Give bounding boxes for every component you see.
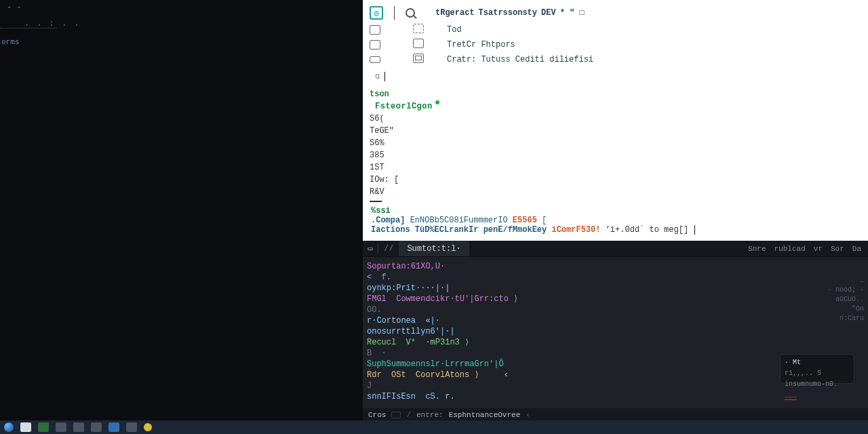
tooltip-line: r1,,,.. S insumnumo-n0. [785, 368, 850, 390]
rtab-2[interactable]: vr [814, 245, 823, 253]
code-2: oynkp:Prit····|·| [367, 283, 450, 293]
msg-head: %ssi [371, 206, 391, 216]
toolbar-subrows: Tod TretCr Fhtpors Cratr: Tutuss Ceditî … [370, 22, 868, 67]
devtools-body[interactable]: Sopurtan:61XO,U· < f. oynkp:Prit····|·| … [363, 257, 868, 407]
editor-pane: ◎ tRgeract Tsatrssonsty DEV * " □ Tod Tr… [363, 0, 868, 241]
taskbar-app-green-icon[interactable] [38, 422, 49, 432]
view-icon [413, 24, 424, 33]
devtools-pane: ▭ ⁄⁄ Sumtot:t:l· Snre rublcad vr Sor Da … [363, 241, 868, 422]
code-3: FMGl Cowmendcikr·tU'|Grr:cto ⟩ [367, 294, 518, 304]
inspect-icon[interactable]: ▭ [363, 243, 378, 254]
toolbar-divider [394, 6, 395, 20]
code-0: Sopurtan:61XO,U· [367, 262, 445, 271]
tooltip-cap: · Mt [785, 357, 850, 368]
status-dot-icon [435, 100, 439, 104]
crumb-tail: * " □ [560, 8, 585, 18]
msg-caret-icon [694, 225, 695, 235]
ln-5: 1ST [370, 163, 384, 172]
subrow-2[interactable]: TretCr Fhtpors [370, 37, 868, 52]
devtools-tabbar: ▭ ⁄⁄ Sumtot:t:l· Snre rublcad vr Sor Da [363, 241, 868, 257]
headline: FsteorlCgon [375, 102, 433, 111]
taskbar-chat-icon[interactable] [144, 423, 152, 431]
rtab-0[interactable]: Snre [748, 245, 766, 253]
file-icon [370, 25, 380, 35]
code-6: onosurrttllyn6'|·| [367, 327, 455, 336]
gutter-header: tson [370, 90, 389, 99]
code-9: SuphSummoennslr·LrrrmaGrn'|Ō [367, 359, 504, 369]
subrow-1-label: Tod [447, 25, 462, 35]
bc-1: / [406, 411, 411, 419]
devtools-breadcrumb[interactable]: Cros / entre: EsphntnanceOvree ‹ [363, 408, 868, 422]
code-11: J [367, 381, 372, 391]
crumb-2[interactable]: Tsatrssonsty [479, 8, 537, 18]
left-dot-marks: . . : . . [24, 19, 81, 28]
rtab-4[interactable]: Da [852, 245, 861, 253]
bc-chip-icon [391, 412, 401, 418]
subrow-1[interactable]: Tod [370, 22, 868, 37]
folder-icon [370, 40, 380, 50]
msg-line-1: .Compa] EnNOBb5C08iFummmerIO E5565 [ [371, 216, 868, 225]
slash-icon: ⁄⁄ [378, 244, 399, 254]
message-block: %ssi .Compa] EnNOBb5C08iFummmerIO E5565 … [371, 206, 868, 235]
code-7: Recucl V* ·mP31n3 ⟩ [367, 338, 469, 347]
editor-toolbar: ◎ tRgeract Tsatrssonsty DEV * " □ [363, 0, 868, 20]
search-icon[interactable] [406, 8, 415, 18]
bc-4: ‹ [526, 411, 530, 419]
code-10: Rdr OSt CoorvlAtons ⟩ ‹ [367, 370, 509, 380]
editor-gutter: tson FsteorlCgon S6( TeGE" S6% 385 1ST I… [370, 88, 868, 198]
tab-elements[interactable]: Sumtot:t:l· [399, 241, 469, 256]
ln-1: S6( [370, 114, 384, 123]
code-4: OO. [367, 305, 382, 315]
start-button[interactable] [4, 422, 14, 432]
caret-icon [384, 72, 385, 81]
ln-4: 385 [370, 151, 384, 160]
taskbar [0, 420, 868, 434]
taskbar-grid-icon[interactable] [73, 422, 84, 432]
left-pane: - - . . : . . orms [0, 0, 363, 420]
devtools-right-tabs: Snre rublcad vr Sor Da [748, 245, 868, 253]
code-5: r·Cortonea «|· [367, 316, 440, 326]
left-small-label: orms [1, 38, 19, 46]
subrow-3[interactable]: Cratr: Tutuss Ceditî diliefîsi [370, 52, 868, 67]
subrow-3-label: Cratr: Tutuss Ceditî diliefîsi [447, 55, 593, 64]
taskbar-store-icon[interactable] [91, 422, 102, 432]
code-12: snnIFIsEsn cS. r. [367, 392, 455, 401]
app-logo-icon[interactable]: ◎ [370, 6, 383, 20]
taskbar-search-icon[interactable] [56, 422, 66, 432]
msg-line-2: Iactions TùD%ECLrankIr penE/fMmokEey iCo… [371, 225, 868, 235]
ln-7: R&V [370, 187, 384, 197]
screen-icon [413, 54, 424, 63]
rtab-1[interactable]: rublcad [774, 245, 806, 253]
list-icon [413, 39, 424, 48]
rtab-3[interactable]: Sor [831, 245, 844, 253]
crumb-3[interactable]: DEV [541, 8, 556, 18]
subrow-2-label: TretCr Fhtpors [447, 40, 515, 50]
devtools-side-col: … · nood; · aOCUO.. "On n:Caru [827, 276, 864, 323]
ln-6: IOw: [ [370, 175, 399, 184]
tooltip-underline: ——— [785, 392, 797, 403]
code-8: B · [367, 349, 387, 358]
crumb-1[interactable]: tRgeract [435, 8, 475, 18]
ln-3: S6% [370, 138, 384, 148]
left-dash-marks: - - [7, 3, 22, 12]
left-divider [0, 28, 57, 28]
code-1: < f. [367, 273, 391, 282]
editor-cursor-row[interactable]: ɑ [375, 71, 868, 81]
taskbar-files-icon[interactable] [20, 422, 31, 432]
taskbar-edge-icon[interactable] [108, 422, 119, 432]
bc-2[interactable]: entre: [416, 411, 443, 419]
editor-separator [370, 201, 382, 202]
taskbar-mail-icon[interactable] [126, 422, 137, 432]
ln-2: TeGE" [370, 126, 394, 136]
bc-3[interactable]: EsphntnanceOvree [449, 411, 521, 419]
panel-icon [370, 56, 380, 63]
hover-tooltip: · Mt r1,,,.. S insumnumo-n0. ——— [780, 354, 854, 384]
bc-0[interactable]: Cros [368, 411, 386, 419]
